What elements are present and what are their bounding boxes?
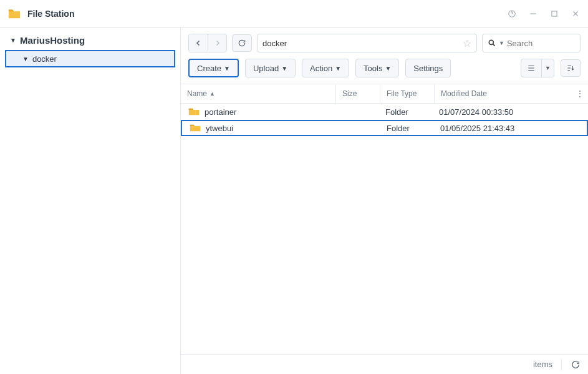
file-name: ytwebui: [206, 124, 233, 133]
nav-back-forward-group: [188, 34, 227, 52]
chevron-down-icon: ▼: [22, 56, 29, 62]
list-view-button[interactable]: [521, 59, 541, 77]
refresh-status-button[interactable]: [571, 360, 581, 370]
window-controls: [507, 9, 581, 19]
chevron-down-icon: ▼: [10, 37, 16, 44]
back-button[interactable]: [189, 34, 208, 52]
file-list: portainer Folder 01/07/2024 00:33:50 ytw…: [181, 104, 588, 354]
sort-button[interactable]: [561, 59, 581, 77]
tools-button[interactable]: Tools▼: [355, 59, 399, 77]
col-size-header[interactable]: Size: [336, 84, 380, 103]
svg-rect-2: [530, 13, 536, 14]
refresh-button[interactable]: [232, 34, 252, 52]
chevron-down-icon: ▼: [335, 65, 341, 72]
view-mode-group: ▼: [521, 59, 554, 77]
table-header: Name ▲ Size File Type Modified Date ⋮: [181, 84, 588, 104]
tree-item-docker[interactable]: ▼ docker: [5, 50, 175, 67]
nav-row: ☆ ▼: [181, 27, 588, 59]
search-input[interactable]: [507, 39, 588, 48]
file-modified: 01/07/2024 00:33:50: [433, 107, 572, 117]
svg-rect-3: [552, 11, 557, 16]
svg-point-1: [512, 15, 513, 16]
maximize-button[interactable]: [549, 9, 559, 19]
items-label: items: [533, 360, 552, 369]
file-type: Folder: [379, 107, 433, 117]
status-bar: items: [181, 354, 588, 374]
chevron-down-icon[interactable]: ▼: [499, 40, 504, 46]
chevron-down-icon: ▼: [224, 65, 230, 72]
app-title: File Station: [27, 9, 74, 19]
col-type-header[interactable]: File Type: [380, 84, 434, 103]
search-box[interactable]: ▼: [482, 34, 581, 52]
chevron-down-icon: ▼: [281, 65, 287, 72]
table-row[interactable]: portainer Folder 01/07/2024 00:33:50: [181, 104, 588, 120]
tree-item-label: docker: [32, 54, 57, 64]
search-icon: [488, 39, 496, 47]
path-input[interactable]: [263, 39, 463, 48]
tree-root-label: MariusHosting: [20, 35, 85, 46]
folder-tree: ▼ MariusHosting ▼ docker: [0, 27, 181, 374]
chevron-down-icon: ▼: [385, 65, 391, 72]
app-folder-icon: [7, 7, 21, 21]
folder-icon: [188, 107, 200, 116]
minimize-button[interactable]: [528, 9, 538, 19]
help-button[interactable]: [507, 9, 517, 19]
columns-menu-button[interactable]: ⋮: [572, 89, 588, 98]
sort-arrow-up-icon: ▲: [210, 91, 215, 97]
col-name-header[interactable]: Name ▲: [181, 84, 335, 103]
file-type: Folder: [380, 124, 434, 133]
file-name: portainer: [205, 107, 236, 117]
create-button[interactable]: Create▼: [188, 59, 239, 77]
forward-button[interactable]: [208, 34, 226, 52]
folder-icon: [190, 124, 201, 132]
close-button[interactable]: [571, 9, 581, 19]
svg-point-4: [489, 40, 493, 44]
table-row[interactable]: ytwebui Folder 01/05/2025 21:43:43: [181, 120, 588, 136]
tree-root-item[interactable]: ▼ MariusHosting: [0, 31, 180, 49]
main-panel: ☆ ▼ Create▼ Upload▼ Action▼ Tools▼: [181, 27, 588, 374]
file-modified: 01/05/2025 21:43:43: [434, 124, 571, 133]
col-modified-header[interactable]: Modified Date: [435, 84, 572, 103]
path-field[interactable]: ☆: [257, 34, 477, 52]
toolbar: Create▼ Upload▼ Action▼ Tools▼ Settings …: [181, 59, 588, 84]
view-dropdown[interactable]: ▼: [541, 59, 554, 77]
titlebar: File Station: [0, 0, 588, 27]
action-button[interactable]: Action▼: [302, 59, 349, 77]
upload-button[interactable]: Upload▼: [245, 59, 296, 77]
favorite-star-icon[interactable]: ☆: [463, 37, 471, 49]
settings-button[interactable]: Settings: [405, 59, 451, 77]
